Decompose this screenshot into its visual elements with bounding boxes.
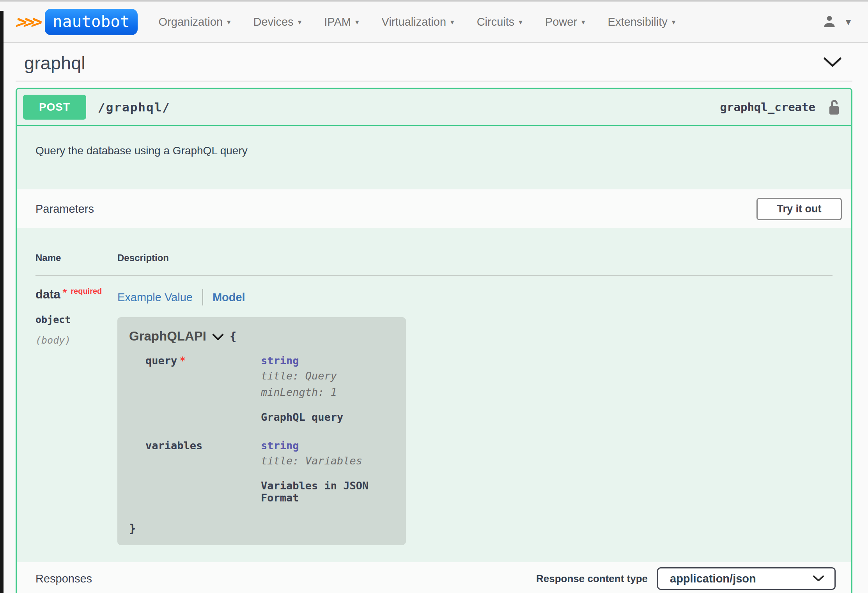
opblock-summary[interactable]: POST /graphql/ graphql_create <box>17 89 851 126</box>
main-nav: Organization ▾ Devices ▾ IPAM ▾ Virtuali… <box>159 16 676 28</box>
close-brace: } <box>129 522 394 535</box>
tab-divider <box>202 289 203 305</box>
nav-item-extensibility[interactable]: Extensibility ▾ <box>608 16 676 28</box>
tag-header: graphql <box>16 43 852 81</box>
property-detail-cell: string title: Query minLength: 1 GraphQL… <box>261 355 343 423</box>
property-type: string <box>261 355 343 367</box>
required-asterisk: * <box>63 287 67 299</box>
endpoint-description: Query the database using a GraphQL query <box>17 126 851 189</box>
chevron-down-icon: ▾ <box>355 18 359 26</box>
parameter-row-data: data * required object (body) Example Va… <box>35 288 833 545</box>
parameters-header: Parameters Try it out <box>17 189 851 228</box>
property-meta: title: Variables <box>261 454 394 468</box>
model-title-row: GraphQLAPI { <box>129 329 394 344</box>
schema-tabs: Example Value Model <box>117 289 406 305</box>
property-type: string <box>261 439 394 452</box>
required-label: required <box>71 287 102 296</box>
property-name-cell: query* <box>145 355 261 423</box>
nav-item-organization[interactable]: Organization ▾ <box>159 16 231 28</box>
tab-example-value[interactable]: Example Value <box>117 291 193 304</box>
column-header-name: Name <box>35 252 117 263</box>
chevron-down-icon <box>212 333 224 341</box>
open-brace: { <box>230 330 236 343</box>
tab-model[interactable]: Model <box>213 291 245 304</box>
logo-chevrons-icon: >>> <box>14 13 41 31</box>
chevron-down-icon: ▾ <box>672 18 676 26</box>
nautobot-brand[interactable]: >>> nautobot <box>16 9 138 35</box>
parameter-description-cell: Example Value Model GraphQLAPI <box>117 288 406 545</box>
response-content-type-group: Response content type application/json <box>536 567 836 590</box>
collapse-section-button[interactable] <box>821 54 844 72</box>
main-content: graphql POST /graphql/ graphql_create <box>0 43 868 593</box>
parameter-type: object <box>35 314 117 325</box>
navbar: >>> nautobot Organization ▾ Devices ▾ IP… <box>0 2 868 43</box>
model-property-query: query* string title: Query minLength: 1 … <box>145 355 394 423</box>
model-box: GraphQLAPI { <box>117 317 406 545</box>
property-description: GraphQL query <box>261 411 343 423</box>
unlock-icon <box>827 98 841 116</box>
nav-item-ipam[interactable]: IPAM ▾ <box>324 16 359 28</box>
user-menu[interactable]: ▾ <box>821 13 856 30</box>
endpoint-path[interactable]: /graphql/ <box>98 100 170 114</box>
parameter-name-cell: data * required object (body) <box>35 288 117 545</box>
chevron-down-icon <box>813 575 824 582</box>
chevron-down-icon: ▾ <box>519 18 523 26</box>
nautobot-logo[interactable]: nautobot <box>45 9 137 35</box>
opblock-post-graphql: POST /graphql/ graphql_create Query the … <box>16 88 852 593</box>
responses-header: Responses Response content type applicat… <box>17 562 851 593</box>
parameter-location: (body) <box>35 335 117 346</box>
property-description: Variables in JSON Format <box>261 480 394 504</box>
method-badge[interactable]: POST <box>23 95 86 120</box>
response-content-type-label: Response content type <box>536 573 648 585</box>
chevron-down-icon: ▾ <box>846 16 851 28</box>
nav-item-circuits[interactable]: Circuits ▾ <box>477 16 523 28</box>
swagger-page: >>> nautobot Organization ▾ Devices ▾ IP… <box>0 0 868 593</box>
responses-title: Responses <box>35 572 92 585</box>
chevron-down-icon <box>823 56 842 68</box>
chevron-down-icon: ▾ <box>581 18 585 26</box>
required-asterisk: * <box>179 355 186 367</box>
chevron-down-icon: ▾ <box>298 18 302 26</box>
model-title: GraphQLAPI <box>129 329 206 344</box>
response-content-type-select[interactable]: application/json <box>657 567 836 590</box>
nav-item-virtualization[interactable]: Virtualization ▾ <box>382 16 454 28</box>
operation-id: graphql_create <box>720 101 815 114</box>
authorize-button[interactable] <box>827 98 841 116</box>
parameters-title: Parameters <box>35 203 94 215</box>
property-name: query <box>145 355 177 367</box>
model-property-variables: variables string title: Variables Variab… <box>145 439 394 504</box>
property-meta: minLength: 1 <box>261 385 343 399</box>
try-it-out-button[interactable]: Try it out <box>756 198 842 220</box>
collapse-model-button[interactable] <box>212 333 224 341</box>
nav-item-devices[interactable]: Devices ▾ <box>253 16 302 28</box>
property-detail-cell: string title: Variables Variables in JSO… <box>261 439 394 504</box>
user-icon <box>821 13 838 30</box>
parameter-name: data <box>35 288 60 302</box>
property-name-cell: variables <box>145 439 261 504</box>
chevron-down-icon: ▾ <box>450 18 454 26</box>
window-edge <box>0 11 4 593</box>
selected-content-type: application/json <box>670 572 756 585</box>
property-name: variables <box>145 439 202 452</box>
column-header-description: Description <box>117 252 169 263</box>
tag-divider <box>16 81 852 81</box>
table-head-divider <box>35 275 833 276</box>
chevron-down-icon: ▾ <box>227 18 231 26</box>
parameters-table: Name Description data * required object … <box>17 228 851 562</box>
parameters-table-head: Name Description <box>35 252 833 263</box>
property-meta: title: Query <box>261 369 343 383</box>
page-title: graphql <box>24 52 85 74</box>
model-properties: query* string title: Query minLength: 1 … <box>129 355 394 504</box>
nav-item-power[interactable]: Power ▾ <box>545 16 585 28</box>
